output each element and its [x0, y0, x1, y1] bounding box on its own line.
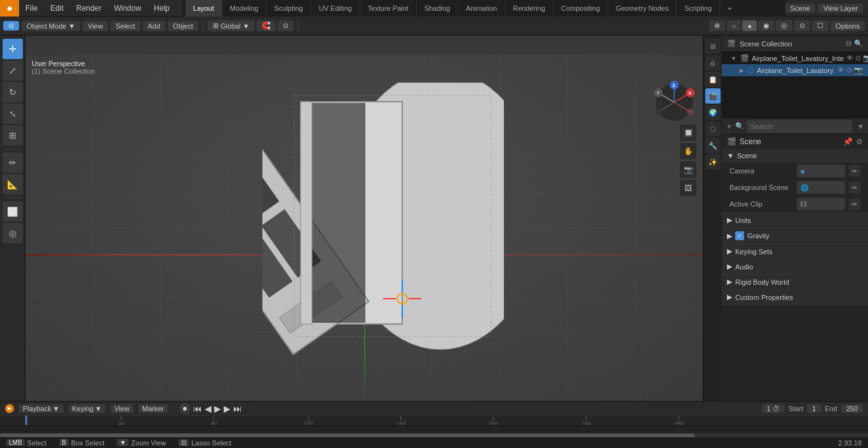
overlay-toggle[interactable]: ⊙ — [794, 20, 810, 31]
snap-toggle[interactable]: 🧲 — [257, 20, 276, 31]
tab-compositing[interactable]: Compositing — [553, 0, 608, 17]
scene-pin-btn[interactable]: 📌 — [843, 137, 853, 146]
keying-sets-header[interactable]: ▶ Keying Sets — [722, 244, 868, 259]
play-btn[interactable]: ▶ — [214, 404, 221, 414]
shading-wire[interactable]: ○ — [727, 20, 742, 31]
units-section-header[interactable]: ▶ Units — [722, 213, 868, 227]
timeline-scrollbar[interactable] — [0, 433, 868, 437]
item-select-btn[interactable]: ⊙ — [855, 54, 861, 62]
record-btn[interactable]: ⏺ — [179, 403, 191, 414]
render-props-btn[interactable]: 🖥 — [705, 39, 721, 54]
tab-add[interactable]: + — [720, 0, 739, 17]
menu-render[interactable]: Render — [70, 0, 107, 16]
item2-eye-btn[interactable]: 👁 — [837, 66, 844, 74]
outliner-item-collection[interactable]: ▼ 🎬 Airplane_Toilet_Lavatory_Inte 👁 ⊙ 📷 — [722, 52, 868, 64]
bg-scene-value[interactable]: 🌐 — [797, 181, 845, 194]
item2-select-btn[interactable]: ⊙ — [846, 66, 852, 74]
start-frame-input[interactable]: 1 — [807, 404, 821, 413]
shading-material[interactable]: ◉ — [758, 20, 775, 31]
tab-uv-editing[interactable]: UV Editing — [311, 0, 360, 17]
particle-props-btn[interactable]: ✨ — [705, 154, 721, 170]
tab-shading[interactable]: Shading — [417, 0, 458, 17]
menu-file[interactable]: File — [19, 0, 44, 16]
object-mode-selector[interactable]: Object Mode ▼ — [22, 21, 80, 31]
tab-sculpting[interactable]: Sculpting — [266, 0, 311, 17]
move-tool[interactable]: ⤢ — [3, 60, 23, 81]
xray-toggle[interactable]: ☐ — [812, 20, 829, 31]
view-btn[interactable]: View — [111, 404, 133, 413]
menu-window[interactable]: Window — [107, 0, 147, 16]
filter-btn[interactable]: ▼ — [857, 123, 864, 130]
scene-section-header[interactable]: ▼ Scene — [722, 149, 868, 163]
tab-rendering[interactable]: Rendering — [505, 0, 553, 17]
end-frame-input[interactable]: 250 — [841, 404, 863, 413]
navigation-gizmo[interactable]: X Y Z — [652, 80, 696, 125]
item2-render-btn[interactable]: 📷 — [854, 66, 863, 74]
transform-tool[interactable]: ⊞ — [3, 125, 23, 146]
camera-edit-btn[interactable]: ✏ — [849, 165, 860, 177]
proportional-edit[interactable]: ⊙ — [278, 20, 294, 31]
output-props-btn[interactable]: 🖨 — [705, 55, 721, 71]
rotate-tool[interactable]: ↻ — [3, 82, 23, 102]
camera-view-icon[interactable]: 📷 — [680, 161, 696, 178]
transform-global[interactable]: ⊞ Global ▼ — [208, 20, 255, 31]
item-eye-btn[interactable]: 👁 — [846, 54, 853, 62]
tab-geometry-nodes[interactable]: Geometry Nodes — [608, 0, 677, 17]
tab-modeling[interactable]: Modeling — [222, 0, 267, 17]
menu-edit[interactable]: Edit — [44, 0, 70, 16]
tab-texture-paint[interactable]: Texture Paint — [360, 0, 417, 17]
next-frame-btn[interactable]: ▶ — [224, 404, 231, 414]
prev-frame-btn[interactable]: ◀ — [205, 404, 212, 414]
jump-to-end-btn[interactable]: ⏭ — [233, 404, 242, 414]
timeline-track[interactable] — [0, 426, 868, 437]
engine-selector[interactable]: Scene — [785, 4, 815, 13]
marker-btn[interactable]: Marker — [139, 404, 168, 413]
jump-to-start-btn[interactable]: ⏮ — [193, 404, 202, 414]
outliner-item-object[interactable]: ▶ ⬡ Airplane_Toilet_Lavatory. 👁 ⊙ 📷 — [722, 64, 868, 76]
outliner-search-btn[interactable]: 🔍 — [854, 39, 863, 48]
playback-btn[interactable]: Playback ▼ — [19, 404, 64, 413]
view-layer-selector[interactable]: View Layer — [818, 4, 863, 13]
tab-scripting[interactable]: Scripting — [677, 0, 720, 17]
view-menu[interactable]: View — [83, 21, 108, 31]
object-menu[interactable]: Object — [168, 21, 198, 31]
scale-tool[interactable]: ⤡ — [3, 104, 23, 124]
gravity-section-header[interactable]: ▶ ✓ Gravity — [722, 228, 868, 243]
item-render-btn[interactable]: 📷 — [863, 54, 868, 62]
menu-help[interactable]: Help — [147, 0, 176, 16]
gizmo-toggle[interactable]: ⊕ — [709, 20, 725, 31]
select-menu[interactable]: Select — [111, 21, 140, 31]
audio-section-header[interactable]: ▶ Audio — [722, 259, 868, 274]
rigid-body-header[interactable]: ▶ Rigid Body World — [722, 275, 868, 289]
shading-solid[interactable]: ● — [742, 20, 757, 31]
bg-scene-edit-btn[interactable]: ✏ — [849, 182, 860, 193]
tab-layout[interactable]: Layout — [186, 0, 222, 17]
view-3d-icon[interactable]: 🔲 — [680, 125, 696, 141]
scene-props-btn[interactable]: 🎬 — [705, 88, 721, 104]
render-icon[interactable]: 🖼 — [680, 180, 696, 196]
timeline-scrollbar-thumb[interactable] — [0, 433, 695, 437]
custom-props-header[interactable]: ▶ Custom Properties — [722, 290, 868, 304]
transform-pivot[interactable]: ⊙ — [3, 21, 19, 31]
options-btn[interactable]: Options — [831, 21, 865, 31]
measure-tool[interactable]: 📐 — [3, 174, 23, 194]
view-layer-props-btn[interactable]: 📋 — [705, 72, 721, 87]
add-menu[interactable]: Add — [143, 21, 166, 31]
tab-animation[interactable]: Animation — [458, 0, 505, 17]
3d-viewport[interactable]: User Perspective (1) Scene Collection — [25, 36, 703, 401]
scene-settings-btn[interactable]: ⚙ — [856, 137, 863, 146]
outliner-filter-btn[interactable]: ⊟ — [846, 39, 851, 48]
shading-rendered[interactable]: ◎ — [776, 20, 792, 31]
active-clip-value[interactable]: 🎞 — [797, 198, 845, 210]
world-props-btn[interactable]: 🌍 — [705, 105, 721, 120]
annotate-tool[interactable]: ✏ — [3, 153, 23, 173]
gravity-checkbox[interactable]: ✓ — [735, 231, 744, 240]
object-props-btn[interactable]: ⬡ — [705, 121, 721, 137]
keying-btn[interactable]: Keying ▼ — [69, 404, 106, 413]
grab-icon[interactable]: ✋ — [680, 143, 696, 160]
cursor-tool[interactable]: ✛ — [3, 39, 23, 59]
origin-tool[interactable]: ◎ — [3, 223, 23, 243]
add-cube-tool[interactable]: ⬜ — [3, 201, 23, 222]
camera-value[interactable]: ■ — [797, 165, 845, 177]
active-clip-edit-btn[interactable]: ✏ — [849, 198, 860, 210]
